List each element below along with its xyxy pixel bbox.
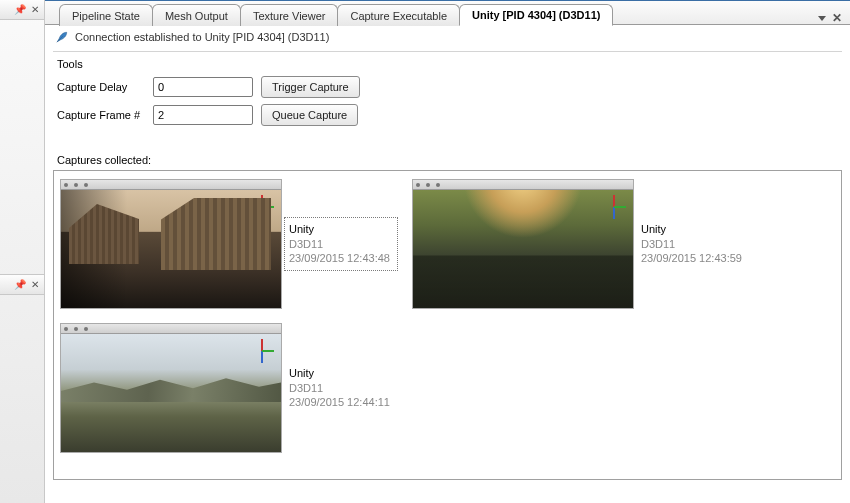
pin-icon[interactable]: 📌 xyxy=(14,4,26,16)
main-panel: Pipeline State Mesh Output Texture Viewe… xyxy=(45,0,850,503)
tab-label: Mesh Output xyxy=(165,10,228,22)
side-dock-panel: 📌 ✕ xyxy=(0,0,44,275)
gizmo-icon xyxy=(251,340,273,362)
feather-icon xyxy=(55,30,69,44)
capture-item[interactable]: UnityD3D1123/09/2015 12:44:11 xyxy=(60,323,398,453)
button-label: Queue Capture xyxy=(272,109,347,121)
capture-thumbnail[interactable] xyxy=(60,323,282,453)
close-icon[interactable]: ✕ xyxy=(29,4,41,16)
captures-list: UnityD3D1123/09/2015 12:43:48UnityD3D112… xyxy=(53,170,842,480)
tab-label: Texture Viewer xyxy=(253,10,326,22)
tab-label: Unity [PID 4304] (D3D11) xyxy=(472,9,600,21)
tools-section: Tools Capture Delay ▲ ▼ Trigger Capture … xyxy=(45,58,850,138)
trigger-capture-button[interactable]: Trigger Capture xyxy=(261,76,360,98)
capture-api: D3D11 xyxy=(641,237,745,252)
capture-meta[interactable]: UnityD3D1123/09/2015 12:43:48 xyxy=(284,217,398,272)
capture-timestamp: 23/09/2015 12:44:11 xyxy=(289,395,393,410)
pin-icon[interactable]: 📌 xyxy=(14,279,26,291)
capture-name: Unity xyxy=(641,222,745,237)
gizmo-icon xyxy=(603,196,625,218)
tab-texture-viewer[interactable]: Texture Viewer xyxy=(240,4,339,26)
thumbnail-toolbar xyxy=(61,180,281,190)
capture-delay-label: Capture Delay xyxy=(57,81,145,93)
thumbnail-scene xyxy=(413,190,633,308)
capture-frame-input[interactable]: ▲ ▼ xyxy=(153,105,253,125)
capture-meta[interactable]: UnityD3D1123/09/2015 12:44:11 xyxy=(284,361,398,416)
capture-api: D3D11 xyxy=(289,237,393,252)
tab-overflow-icon[interactable] xyxy=(818,16,826,21)
capture-timestamp: 23/09/2015 12:43:59 xyxy=(641,251,745,266)
gizmo-icon xyxy=(251,196,273,218)
capture-name: Unity xyxy=(289,366,393,381)
capture-api: D3D11 xyxy=(289,381,393,396)
side-dock: 📌 ✕ 📌 ✕ xyxy=(0,0,45,503)
thumbnail-toolbar xyxy=(61,324,281,334)
thumbnail-scene xyxy=(61,334,281,452)
capture-item[interactable]: UnityD3D1123/09/2015 12:43:48 xyxy=(60,179,398,309)
tab-label: Capture Executable xyxy=(350,10,447,22)
tab-label: Pipeline State xyxy=(72,10,140,22)
capture-delay-input[interactable]: ▲ ▼ xyxy=(153,77,253,97)
capture-item[interactable]: UnityD3D1123/09/2015 12:43:59 xyxy=(412,179,750,309)
close-icon[interactable]: ✕ xyxy=(29,279,41,291)
side-dock-panel: 📌 ✕ xyxy=(0,275,44,503)
tab-capture-executable[interactable]: Capture Executable xyxy=(337,4,460,26)
tab-pipeline-state[interactable]: Pipeline State xyxy=(59,4,153,26)
capture-name: Unity xyxy=(289,222,393,237)
capture-thumbnail[interactable] xyxy=(60,179,282,309)
button-label: Trigger Capture xyxy=(272,81,349,93)
divider xyxy=(53,51,842,52)
connection-status-text: Connection established to Unity [PID 430… xyxy=(75,31,329,43)
tab-strip: Pipeline State Mesh Output Texture Viewe… xyxy=(45,1,850,25)
capture-thumbnail[interactable] xyxy=(412,179,634,309)
tab-mesh-output[interactable]: Mesh Output xyxy=(152,4,241,26)
close-icon[interactable]: ✕ xyxy=(832,11,842,25)
queue-capture-button[interactable]: Queue Capture xyxy=(261,104,358,126)
capture-timestamp: 23/09/2015 12:43:48 xyxy=(289,251,393,266)
capture-meta[interactable]: UnityD3D1123/09/2015 12:43:59 xyxy=(636,217,750,272)
tools-heading: Tools xyxy=(57,58,838,70)
captures-heading: Captures collected: xyxy=(45,138,850,170)
connection-status-row: Connection established to Unity [PID 430… xyxy=(45,25,850,47)
thumbnail-scene xyxy=(61,190,281,308)
thumbnail-toolbar xyxy=(413,180,633,190)
tab-unity-live[interactable]: Unity [PID 4304] (D3D11) xyxy=(459,4,613,26)
capture-frame-label: Capture Frame # xyxy=(57,109,145,121)
